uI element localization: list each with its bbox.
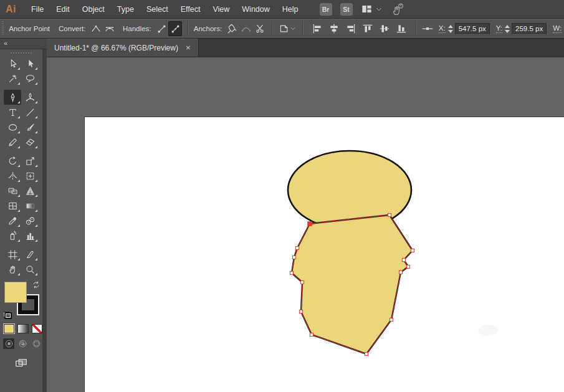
touch-workspace-icon[interactable] <box>391 2 404 16</box>
symbol-sprayer-tool[interactable] <box>4 228 21 243</box>
y-input[interactable]: 259.5 px <box>512 23 547 35</box>
stock-button[interactable]: St <box>340 3 353 16</box>
menu-view[interactable]: View <box>206 0 236 18</box>
type-tool[interactable] <box>4 105 21 120</box>
hide-handles-button[interactable] <box>155 21 168 36</box>
align-left-button[interactable] <box>308 21 325 36</box>
column-graph-tool[interactable] <box>21 228 39 243</box>
panel-grip[interactable] <box>11 52 32 54</box>
stepper-up-icon[interactable] <box>448 25 453 28</box>
x-label[interactable]: X: <box>439 24 446 33</box>
anchor-point[interactable] <box>390 318 393 321</box>
slice-tool[interactable] <box>21 247 39 262</box>
document-tab[interactable]: Untitled-1* @ 66.67% (RGB/Preview) × <box>47 39 199 57</box>
pencil-tool[interactable] <box>4 135 21 150</box>
canvas[interactable] <box>47 57 564 392</box>
blend-tool[interactable] <box>21 213 39 228</box>
anchor-point[interactable] <box>365 352 368 355</box>
anchor-point[interactable] <box>406 265 409 268</box>
screen-mode-button[interactable] <box>0 356 42 370</box>
menu-window[interactable]: Window <box>236 0 275 18</box>
anchor-point[interactable] <box>299 310 302 313</box>
stepper-down-icon[interactable] <box>505 30 510 33</box>
line-segment-tool[interactable] <box>21 105 39 120</box>
panel-grip[interactable] <box>2 21 4 36</box>
close-icon[interactable]: × <box>186 44 191 52</box>
direct-selection-tool[interactable] <box>21 56 39 71</box>
anchor-point-selected[interactable] <box>308 222 312 226</box>
anchor-point[interactable] <box>402 258 405 261</box>
y-stepper[interactable] <box>505 25 510 33</box>
eraser-tool[interactable] <box>21 135 39 150</box>
anchor-point[interactable] <box>295 246 299 249</box>
gradient-swatch-button[interactable] <box>17 324 28 333</box>
anchor-point[interactable] <box>411 249 414 252</box>
menu-type[interactable]: Type <box>111 0 140 18</box>
menu-object[interactable]: Object <box>76 0 111 18</box>
menu-effect[interactable]: Effect <box>174 0 207 18</box>
mesh-tool[interactable] <box>4 198 21 213</box>
fill-swatch[interactable] <box>4 282 27 303</box>
isolate-object-icon <box>279 23 290 34</box>
swap-fill-stroke-icon[interactable] <box>32 280 41 289</box>
anchor-point[interactable] <box>292 256 295 259</box>
color-swatch-button[interactable] <box>4 324 14 333</box>
free-transform-tool[interactable] <box>21 168 39 183</box>
magic-wand-tool[interactable] <box>4 71 21 86</box>
w-label[interactable]: W: <box>553 24 562 33</box>
none-swatch-button[interactable] <box>32 324 42 333</box>
gradient-tool[interactable] <box>21 198 39 213</box>
align-bottom-button[interactable] <box>393 21 409 36</box>
remove-anchor-button[interactable] <box>226 21 239 36</box>
align-left-icon <box>312 23 323 34</box>
mushroom-cap-shape[interactable] <box>288 151 411 229</box>
align-right-button[interactable] <box>342 21 359 36</box>
zoom-tool[interactable] <box>21 262 39 277</box>
eyedropper-tool[interactable] <box>4 213 21 228</box>
collapse-panel-button[interactable]: « <box>0 39 47 49</box>
anchor-point[interactable] <box>399 270 402 274</box>
curvature-tool[interactable] <box>21 90 39 105</box>
anchor-point[interactable] <box>290 271 293 274</box>
menu-help[interactable]: Help <box>276 0 305 18</box>
hand-tool[interactable] <box>4 262 21 277</box>
draw-behind-button[interactable] <box>17 338 28 349</box>
default-fill-stroke-button[interactable] <box>3 312 12 319</box>
stepper-down-icon[interactable] <box>448 30 453 33</box>
stepper-up-icon[interactable] <box>505 25 510 28</box>
anchor-point[interactable] <box>310 333 313 336</box>
perspective-grid-tool[interactable] <box>21 183 39 198</box>
draw-inside-button[interactable] <box>31 338 42 349</box>
shape-builder-tool[interactable] <box>4 183 21 198</box>
rotate-tool[interactable] <box>4 153 21 168</box>
menu-edit[interactable]: Edit <box>50 0 76 18</box>
align-top-button[interactable] <box>359 21 376 36</box>
isolate-object-button[interactable] <box>278 21 297 36</box>
menu-file[interactable]: File <box>25 0 50 18</box>
convert-to-smooth-button[interactable] <box>103 21 117 36</box>
width-tool[interactable] <box>4 168 21 183</box>
draw-normal-button[interactable] <box>3 338 14 349</box>
anchor-point[interactable] <box>388 213 391 216</box>
paintbrush-tool[interactable] <box>21 120 39 135</box>
scale-tool[interactable] <box>21 153 39 168</box>
x-stepper[interactable] <box>448 25 453 33</box>
x-input[interactable]: 547.5 px <box>455 23 490 35</box>
align-vcenter-button[interactable] <box>376 21 393 36</box>
pen-tool[interactable] <box>4 90 21 105</box>
convert-to-corner-button[interactable] <box>89 21 103 36</box>
align-hcenter-button[interactable] <box>325 21 342 36</box>
mesh-icon <box>7 201 18 211</box>
artboard-tool[interactable] <box>4 247 21 262</box>
lasso-tool[interactable] <box>21 71 39 86</box>
anchor-point[interactable] <box>300 280 304 284</box>
show-handles-button[interactable] <box>168 21 182 36</box>
menu-select[interactable]: Select <box>140 0 174 18</box>
bridge-button[interactable]: Br <box>320 3 332 16</box>
connect-endpoints-button[interactable] <box>239 21 253 36</box>
ellipse-tool[interactable] <box>4 120 21 135</box>
selection-tool[interactable] <box>4 56 21 71</box>
y-label[interactable]: Y: <box>496 24 502 33</box>
cut-path-button[interactable] <box>253 21 267 36</box>
workspace-switcher[interactable] <box>361 3 383 15</box>
